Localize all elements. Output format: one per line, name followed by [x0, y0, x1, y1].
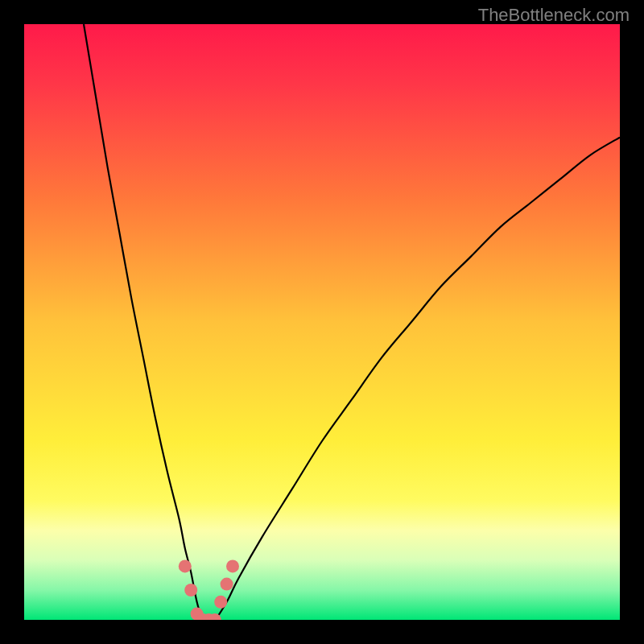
data-marker [226, 559, 239, 572]
gradient-background [24, 24, 620, 620]
chart-container: TheBottleneck.com [0, 0, 644, 644]
data-marker [179, 559, 192, 572]
watermark-text: TheBottleneck.com [478, 5, 630, 26]
data-marker [214, 596, 227, 609]
data-marker [184, 584, 197, 597]
plot-area [24, 24, 620, 620]
chart-svg [24, 24, 620, 620]
data-marker [221, 578, 233, 591]
